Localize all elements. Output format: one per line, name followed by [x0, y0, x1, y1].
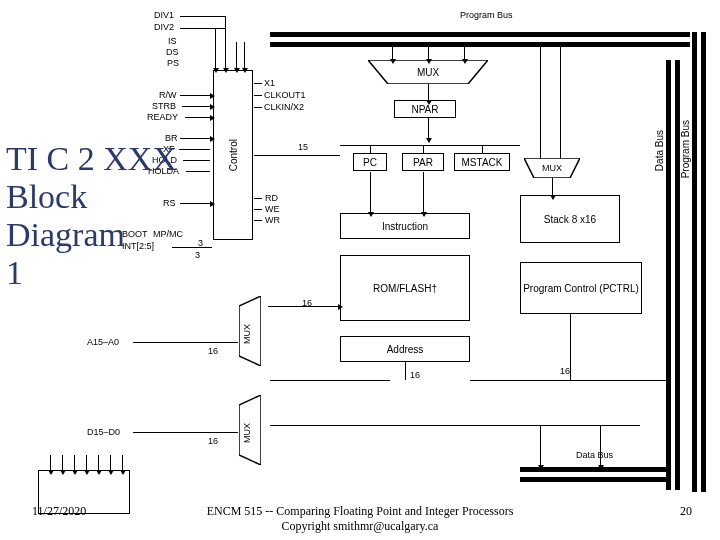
address-block: Address: [340, 336, 470, 362]
sig-ready: READY: [147, 112, 178, 122]
sig-div2: DIV2: [154, 22, 174, 32]
pc-block: PC: [353, 153, 387, 171]
mux-left-2: MUX: [239, 395, 261, 465]
mux-left-1: MUX: [239, 296, 261, 366]
data-bus-bottom-2: [520, 477, 670, 482]
footer-page: 20: [680, 504, 692, 519]
sig-we: WE: [265, 204, 280, 214]
mux-top-label: MUX: [417, 67, 440, 78]
footer: 11/27/2020 ENCM 515 -- Comparing Floatin…: [0, 504, 720, 522]
sig-strb: STRB: [152, 101, 176, 111]
mstack-block: MSTACK: [454, 153, 510, 171]
sig-x1: X1: [264, 78, 275, 88]
program-bus-line-2: [270, 42, 690, 47]
title-line-2: Block: [6, 178, 87, 215]
program-bus-label: Program Bus: [460, 10, 513, 20]
sig-rd: RD: [265, 193, 278, 203]
sig-rw: R/W: [159, 90, 177, 100]
par-block: PAR: [402, 153, 444, 171]
romflash-block: ROM/FLASH†: [340, 255, 470, 321]
program-bus-right-label: Program Bus: [680, 120, 691, 178]
d15d0-label: D15–D0: [87, 427, 120, 437]
svg-text:MUX: MUX: [242, 324, 252, 344]
data-bus-right-line-1: [666, 60, 671, 490]
sig-div1: DIV1: [154, 10, 174, 20]
bus16-a: 16: [208, 346, 218, 356]
control-block: Control: [213, 70, 253, 240]
stack-block: Stack 8 x16: [520, 195, 620, 243]
instruction-block: Instruction: [340, 213, 470, 239]
svg-text:MUX: MUX: [242, 423, 252, 443]
a15a0-label: A15–A0: [87, 337, 119, 347]
sig-is: IS: [168, 36, 177, 46]
npar-block: NPAR: [394, 100, 456, 118]
pctrl-block: Program Control (PCTRL): [520, 262, 642, 314]
svg-text:MUX: MUX: [542, 163, 562, 173]
program-bus-right-line-2: [701, 32, 706, 492]
bus3b: 3: [198, 238, 203, 248]
program-bus-right-line-1: [692, 32, 697, 492]
footer-center: ENCM 515 -- Comparing Floating Point and…: [0, 504, 720, 534]
sig-clkout1: CLKOUT1: [264, 90, 306, 100]
title-line-1: TI C 2 XXX: [6, 140, 177, 177]
sig-wr: WR: [265, 215, 280, 225]
bus16-pctrl: 16: [560, 366, 570, 376]
sig-ds: DS: [166, 47, 179, 57]
bus16-d: 16: [208, 436, 218, 446]
control-block-label: Control: [228, 139, 239, 171]
bus16-addr: 16: [410, 370, 420, 380]
title-line-4: 1: [6, 254, 23, 291]
bus15-label: 15: [298, 142, 308, 152]
sig-ps: PS: [167, 58, 179, 68]
sig-clkinx2: CLKIN/X2: [264, 102, 304, 112]
bus3a: 3: [195, 250, 200, 260]
program-bus-line-1: [270, 32, 690, 37]
title-line-3: Diagram: [6, 216, 125, 253]
data-bus-bottom-label: Data Bus: [576, 450, 613, 460]
data-bus-right-label: Data Bus: [654, 130, 665, 171]
mux-mid-trap: MUX: [524, 158, 580, 178]
page-title: TI C 2 XXX Block Diagram 1: [6, 140, 177, 292]
